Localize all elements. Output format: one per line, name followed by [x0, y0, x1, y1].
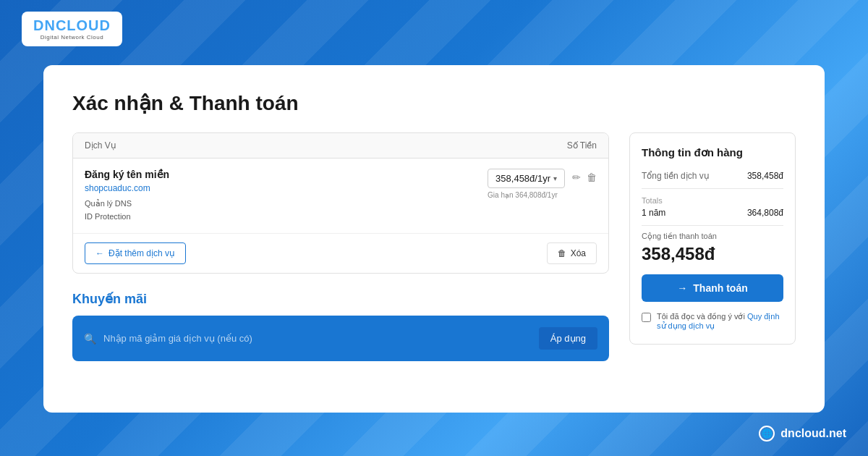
- service-total-label: Tổng tiền dịch vụ: [642, 171, 710, 181]
- price-renewal: Gia hạn 364,808đ/1yr: [488, 191, 565, 199]
- price-dropdown[interactable]: 358,458đ/1yr: [488, 169, 565, 188]
- payable-label: Cộng tiền thanh toán: [642, 232, 783, 241]
- service-meta: Quản lý DNS ID Protection: [85, 198, 169, 223]
- edit-icon[interactable]: ✏: [572, 172, 581, 183]
- promo-title: Khuyến mãi: [72, 291, 609, 307]
- trash-icon[interactable]: 🗑: [587, 172, 597, 183]
- logo-title: DNCLOUD: [33, 17, 111, 34]
- service-row: Đăng ký tên miền shopcuaduc.com Quản lý …: [73, 159, 608, 234]
- payable-amount: 358,458đ: [642, 244, 783, 264]
- order-title: Thông tin đơn hàng: [642, 146, 783, 159]
- order-card: Thông tin đơn hàng Tổng tiền dịch vụ 358…: [629, 132, 796, 345]
- divider-1: [642, 188, 783, 189]
- totals-value: 364,808đ: [747, 208, 783, 218]
- table-footer: ← Đặt thêm dịch vụ 🗑 Xóa: [73, 234, 608, 273]
- order-service-total-line: Tổng tiền dịch vụ 358,458đ: [642, 171, 783, 181]
- header: DNCLOUD Digital Network Cloud: [0, 0, 868, 58]
- footer-brand: 🌐 dncloud.net: [759, 426, 846, 442]
- delete-button[interactable]: 🗑 Xóa: [547, 242, 597, 264]
- service-total-value: 358,458đ: [747, 171, 783, 181]
- logo-subtitle: Digital Network Cloud: [41, 34, 103, 41]
- add-service-button[interactable]: ← Đặt thêm dịch vụ: [85, 242, 186, 264]
- globe-icon: 🌐: [759, 426, 775, 442]
- arrow-left-icon: ←: [95, 248, 104, 258]
- delete-icon: 🗑: [558, 248, 566, 258]
- logo: DNCLOUD Digital Network Cloud: [22, 12, 122, 46]
- checkout-button[interactable]: → Thanh toán: [642, 274, 783, 302]
- service-info: Đăng ký tên miền shopcuaduc.com Quản lý …: [85, 169, 169, 223]
- terms-checkbox[interactable]: [642, 313, 651, 322]
- apply-button[interactable]: Áp dụng: [539, 327, 597, 350]
- terms-row: Tôi đã đọc và đồng ý với Quy định sử dụn…: [642, 312, 783, 331]
- col-amount-label: Số Tiền: [567, 140, 597, 151]
- logo-cloud: CLOUD: [56, 17, 111, 33]
- service-price-area: 358,458đ/1yr Gia hạn 364,808đ/1yr ✏ 🗑: [488, 169, 597, 199]
- dns-label: Quản lý DNS: [85, 198, 169, 211]
- table-header: Dịch Vụ Số Tiền: [73, 133, 608, 159]
- protection-label: ID Protection: [85, 211, 169, 224]
- content-row: Dịch Vụ Số Tiền Đăng ký tên miền shopcua…: [72, 132, 796, 387]
- col-service-label: Dịch Vụ: [85, 140, 116, 151]
- logo-dn: DN: [33, 17, 56, 33]
- service-domain-link[interactable]: shopcuaduc.com: [85, 183, 169, 193]
- search-icon: 🔍: [84, 333, 96, 345]
- totals-section-label: Totals: [642, 196, 783, 205]
- terms-prefix: Tôi đã đọc và đồng ý với: [657, 312, 747, 321]
- service-row-top: Đăng ký tên miền shopcuaduc.com Quản lý …: [85, 169, 597, 223]
- promo-input[interactable]: [103, 333, 532, 344]
- right-section: Thông tin đơn hàng Tổng tiền dịch vụ 358…: [629, 132, 796, 387]
- promo-box: 🔍 Áp dụng: [72, 316, 609, 361]
- add-service-label: Đặt thêm dịch vụ: [109, 248, 175, 258]
- page-title: Xác nhận & Thanh toán: [72, 91, 796, 115]
- totals-period-label: 1 năm: [642, 208, 665, 218]
- left-section: Dịch Vụ Số Tiền Đăng ký tên miền shopcua…: [72, 132, 609, 387]
- terms-text: Tôi đã đọc và đồng ý với Quy định sử dụn…: [657, 312, 783, 331]
- row-actions: ✏ 🗑: [572, 169, 597, 183]
- arrow-right-icon: →: [677, 282, 687, 294]
- delete-label: Xóa: [571, 248, 586, 258]
- promo-section: Khuyến mãi 🔍 Áp dụng: [72, 291, 609, 361]
- service-table: Dịch Vụ Số Tiền Đăng ký tên miền shopcua…: [72, 132, 609, 274]
- main-card: Xác nhận & Thanh toán Dịch Vụ Số Tiền Đă…: [43, 65, 825, 413]
- service-name: Đăng ký tên miền: [85, 169, 169, 180]
- footer-brand-text: dncloud.net: [780, 427, 846, 440]
- totals-detail-line: 1 năm 364,808đ: [642, 208, 783, 218]
- checkout-label: Thanh toán: [693, 282, 747, 294]
- divider-2: [642, 225, 783, 226]
